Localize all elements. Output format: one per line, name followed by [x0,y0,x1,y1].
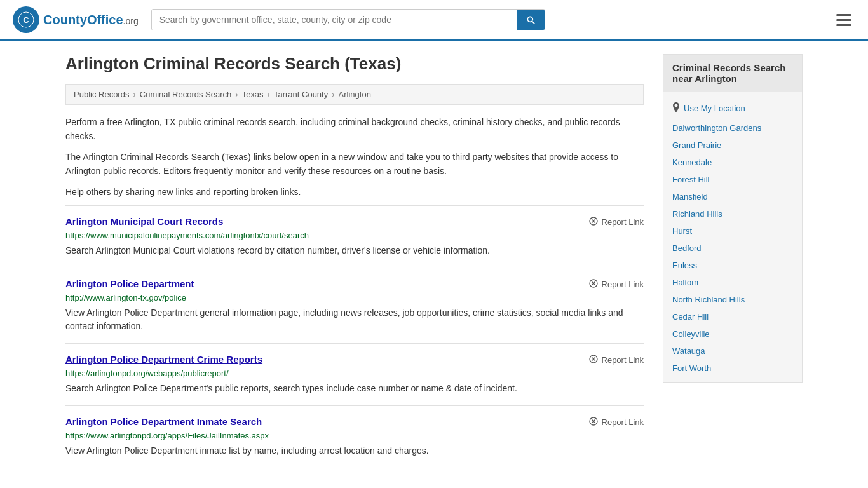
description-para2: The Arlington Criminal Records Search (T… [65,150,644,179]
sidebar-city-link[interactable]: Grand Prairie [672,140,721,150]
search-button[interactable] [517,10,545,30]
result-header: Arlington Police Department Report Link [65,278,644,290]
sidebar-item: Forest Hill [663,171,802,188]
new-links-link[interactable]: new links [157,187,194,197]
result-header: Arlington Police Department Inmate Searc… [65,416,644,428]
sidebar-city-link[interactable]: Fort Worth [672,363,711,373]
sidebar-city-link[interactable]: Hurst [672,226,692,236]
logo-link[interactable]: C CountyOffice.org [13,6,139,33]
report-link-button[interactable]: Report Link [588,416,644,428]
search-bar [151,9,545,30]
results-list: Arlington Municipal Court Records Report… [65,205,644,468]
description-para1: Perform a free Arlington, TX public crim… [65,115,644,144]
sidebar-item: Grand Prairie [663,137,802,154]
sidebar-item: Watauga [663,342,802,360]
sidebar-item: Bedford [663,240,802,257]
sidebar-city-link[interactable]: Euless [672,261,697,270]
sidebar-list: Use My Location Dalworthington Gardens G… [663,92,802,382]
logo-icon: C [13,6,39,33]
report-icon [588,354,599,366]
sidebar: Criminal Records Search near Arlington U… [663,54,803,468]
result-url: https://www.arlingtonpd.org/apps/Files/J… [65,431,644,440]
breadcrumb-criminal-records[interactable]: Criminal Records Search [140,90,232,99]
result-title-link[interactable]: Arlington Municipal Court Records [65,216,223,227]
report-link-button[interactable]: Report Link [588,216,644,228]
sidebar-item: Kennedale [663,154,802,171]
sidebar-city-link[interactable]: Cedar Hill [672,312,709,322]
hamburger-line [836,24,851,26]
breadcrumb-texas[interactable]: Texas [242,90,264,99]
report-icon [588,416,599,428]
breadcrumb-public-records[interactable]: Public Records [74,90,129,99]
result-title-link[interactable]: Arlington Police Department Inmate Searc… [65,416,262,427]
search-input[interactable] [152,10,517,30]
menu-button[interactable] [832,10,855,30]
sidebar-city-link[interactable]: Forest Hill [672,175,710,184]
report-link-button[interactable]: Report Link [588,354,644,366]
sidebar-item: Euless [663,257,802,274]
sidebar-item: Colleyville [663,325,802,342]
sidebar-item: Cedar Hill [663,308,802,325]
result-item: Arlington Police Department Inmate Searc… [65,405,644,468]
sidebar-city-link[interactable]: North Richland Hills [672,295,745,304]
result-description: Search Arlington Municipal Court violati… [65,244,644,257]
result-url: http://www.arlington-tx.gov/police [65,293,644,302]
result-description: View Arlington Police Department inmate … [65,444,644,458]
result-item: Arlington Police Department Report Link … [65,268,644,343]
result-description: View Arlington Police Department general… [65,306,644,333]
sidebar-city-link[interactable]: Watauga [672,346,705,356]
content-area: Arlington Criminal Records Search (Texas… [53,41,815,480]
sidebar-item: North Richland Hills [663,291,802,308]
breadcrumb-sep: › [133,90,135,99]
result-item: Arlington Police Department Crime Report… [65,343,644,405]
result-description: Search Arlington Police Department's pub… [65,382,644,395]
breadcrumb-arlington[interactable]: Arlington [339,90,371,99]
use-my-location-link[interactable]: Use My Location [684,104,745,113]
sidebar-city-link[interactable]: Kennedale [672,158,712,167]
logo-text: CountyOffice.org [43,13,139,27]
result-header: Arlington Police Department Crime Report… [65,354,644,366]
hamburger-line [836,14,851,16]
header: C CountyOffice.org [0,0,868,41]
result-url: https://arlingtonpd.org/webapps/publicre… [65,369,644,378]
result-header: Arlington Municipal Court Records Report… [65,216,644,228]
sidebar-item: Dalworthington Gardens [663,119,802,137]
sidebar-box: Criminal Records Search near Arlington U… [663,54,803,383]
result-url: https://www.municipalonlinepayments.com/… [65,231,644,240]
breadcrumb-sep: › [268,90,270,99]
breadcrumb-sep: › [332,90,334,99]
result-title-link[interactable]: Arlington Police Department [65,278,194,289]
location-pin-icon [672,102,680,114]
report-icon [588,278,599,290]
report-link-button[interactable]: Report Link [588,278,644,290]
sidebar-item: Fort Worth [663,360,802,377]
sidebar-city-link[interactable]: Bedford [672,243,702,253]
breadcrumb-sep: › [235,90,238,99]
sidebar-item: Haltom [663,274,802,291]
hamburger-line [836,19,851,21]
use-my-location-item: Use My Location [663,97,802,119]
breadcrumb-tarrant[interactable]: Tarrant County [274,90,328,99]
page-title: Arlington Criminal Records Search (Texas… [65,54,644,74]
description-para3: Help others by sharing new links and rep… [65,185,644,199]
main-content: Arlington Criminal Records Search (Texas… [65,54,644,468]
sidebar-city-link[interactable]: Haltom [672,278,698,287]
sidebar-item: Richland Hills [663,205,802,222]
result-item: Arlington Municipal Court Records Report… [65,205,644,268]
sidebar-item: Hurst [663,222,802,240]
result-title-link[interactable]: Arlington Police Department Crime Report… [65,354,262,365]
sidebar-title: Criminal Records Search near Arlington [663,55,802,92]
sidebar-item: Mansfield [663,188,802,205]
svg-text:C: C [23,15,29,25]
sidebar-city-link[interactable]: Dalworthington Gardens [672,123,761,133]
sidebar-city-link[interactable]: Richland Hills [672,209,722,219]
breadcrumb: Public Records › Criminal Records Search… [65,84,644,105]
sidebar-city-link[interactable]: Mansfield [672,192,708,201]
report-icon [588,216,599,228]
sidebar-city-link[interactable]: Colleyville [672,329,710,339]
